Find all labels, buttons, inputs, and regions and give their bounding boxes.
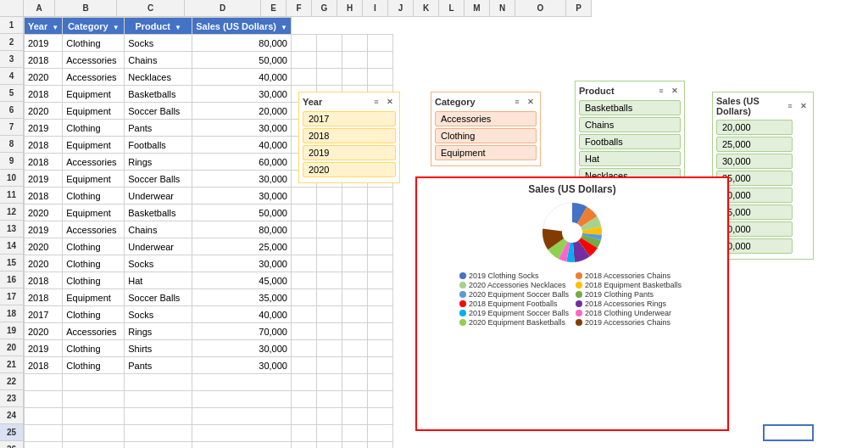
product-filter-arrow[interactable]: ▼ [175, 24, 181, 31]
empty-cell[interactable] [63, 374, 125, 391]
empty-cell[interactable] [342, 306, 367, 323]
empty-cell[interactable] [291, 408, 316, 425]
empty-cell[interactable] [291, 391, 316, 408]
empty-cell[interactable] [367, 69, 392, 86]
empty-cell[interactable] [342, 255, 367, 272]
empty-cell[interactable] [316, 272, 342, 289]
cell-10-a[interactable]: 2019 [25, 171, 63, 188]
empty-cell[interactable] [342, 323, 367, 340]
empty-cell[interactable] [63, 391, 125, 408]
row-num-13[interactable]: 13 [0, 221, 23, 238]
cell-2-c[interactable]: Socks [125, 35, 192, 52]
empty-cell[interactable] [125, 391, 192, 408]
cell-20-c[interactable]: Shirts [125, 340, 192, 357]
cell-13-c[interactable]: Chains [125, 221, 192, 238]
empty-cell[interactable] [291, 442, 316, 449]
col-header-o[interactable]: O [515, 0, 566, 16]
cell-5-b[interactable]: Equipment [63, 86, 125, 103]
header-product[interactable]: Product ▼ [125, 18, 192, 35]
sales-filter-arrow[interactable]: ▼ [281, 24, 287, 31]
cell-7-c[interactable]: Pants [125, 120, 192, 137]
empty-cell[interactable] [342, 340, 367, 357]
cell-7-d[interactable]: 30,000 [192, 120, 292, 137]
cell-4-d[interactable]: 40,000 [192, 69, 292, 86]
empty-cell[interactable] [367, 204, 392, 221]
empty-cell[interactable] [342, 238, 367, 255]
empty-cell[interactable] [316, 69, 342, 86]
empty-cell[interactable] [25, 425, 63, 442]
cell-2-d[interactable]: 80,000 [192, 35, 292, 52]
cell-9-c[interactable]: Rings [125, 154, 192, 171]
cell-20-d[interactable]: 30,000 [192, 340, 292, 357]
empty-cell[interactable] [367, 188, 392, 204]
empty-cell[interactable] [192, 442, 292, 449]
cell-8-d[interactable]: 40,000 [192, 137, 292, 154]
year-filter-item[interactable]: 2019 [303, 145, 396, 160]
empty-cell[interactable] [342, 357, 367, 374]
cell-12-b[interactable]: Equipment [63, 204, 125, 221]
row-num-20[interactable]: 20 [0, 339, 23, 356]
empty-cell[interactable] [316, 289, 342, 306]
cell-11-a[interactable]: 2018 [25, 188, 63, 204]
empty-cell[interactable] [316, 391, 342, 408]
empty-cell[interactable] [316, 323, 342, 340]
empty-cell[interactable] [367, 289, 392, 306]
cell-7-a[interactable]: 2019 [25, 120, 63, 137]
empty-cell[interactable] [367, 425, 392, 442]
row-num-16[interactable]: 16 [0, 272, 23, 288]
cell-9-b[interactable]: Accessories [63, 154, 125, 171]
cell-5-a[interactable]: 2018 [25, 86, 63, 103]
cell-3-a[interactable]: 2018 [25, 52, 63, 69]
empty-cell[interactable] [316, 408, 342, 425]
col-header-a[interactable]: A [24, 0, 55, 16]
empty-cell[interactable] [192, 374, 292, 391]
empty-cell[interactable] [25, 391, 63, 408]
cell-6-b[interactable]: Equipment [63, 103, 125, 120]
cell-21-c[interactable]: Pants [125, 357, 192, 374]
empty-cell[interactable] [342, 408, 367, 425]
cell-15-a[interactable]: 2020 [25, 255, 63, 272]
cell-16-b[interactable]: Clothing [63, 272, 125, 289]
empty-cell[interactable] [367, 306, 392, 323]
col-header-h[interactable]: H [337, 0, 363, 16]
category-sort-icon[interactable]: ≡ [511, 96, 523, 108]
empty-cell[interactable] [125, 374, 192, 391]
cell-5-c[interactable]: Basketballs [125, 86, 192, 103]
empty-cell[interactable] [342, 69, 367, 86]
sales-sort-icon[interactable]: ≡ [784, 100, 796, 112]
col-header-e[interactable]: E [261, 0, 287, 16]
col-header-j[interactable]: J [388, 0, 414, 16]
year-filter-item[interactable]: 2017 [303, 111, 396, 126]
header-sales[interactable]: Sales (US Dollars) ▼ [192, 18, 292, 35]
cell-12-c[interactable]: Basketballs [125, 204, 192, 221]
empty-cell[interactable] [316, 374, 342, 391]
row-num-14[interactable]: 14 [0, 238, 23, 255]
empty-cell[interactable] [316, 35, 342, 52]
cell-13-b[interactable]: Accessories [63, 221, 125, 238]
year-filter-item[interactable]: 2020 [303, 162, 396, 177]
cell-14-d[interactable]: 25,000 [192, 238, 292, 255]
empty-cell[interactable] [291, 221, 316, 238]
empty-cell[interactable] [291, 374, 316, 391]
cell-14-c[interactable]: Underwear [125, 238, 192, 255]
empty-cell[interactable] [342, 289, 367, 306]
empty-cell[interactable] [316, 442, 342, 449]
empty-cell[interactable] [291, 238, 316, 255]
year-filter-item[interactable]: 2018 [303, 128, 396, 143]
cell-6-d[interactable]: 20,000 [192, 103, 292, 120]
empty-cell[interactable] [125, 408, 192, 425]
col-header-l[interactable]: L [439, 0, 465, 16]
empty-cell[interactable] [316, 255, 342, 272]
row-num-18[interactable]: 18 [0, 305, 23, 322]
col-header-d[interactable]: D [185, 0, 261, 16]
cell-18-d[interactable]: 40,000 [192, 306, 292, 323]
row-num-5[interactable]: 5 [0, 85, 23, 102]
cell-6-a[interactable]: 2020 [25, 103, 63, 120]
empty-cell[interactable] [291, 357, 316, 374]
row-num-7[interactable]: 7 [0, 119, 23, 136]
cell-14-b[interactable]: Clothing [63, 238, 125, 255]
row-num-17[interactable]: 17 [0, 288, 23, 305]
sales-filter-item[interactable]: 20,000 [716, 120, 793, 135]
cell-2-a[interactable]: 2019 [25, 35, 63, 52]
empty-cell[interactable] [367, 374, 392, 391]
